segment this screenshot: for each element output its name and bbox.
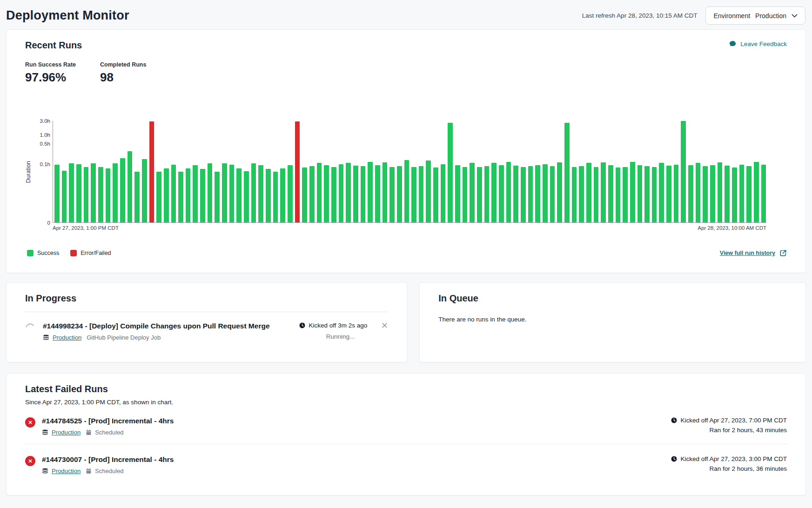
chart-bar-success[interactable] <box>630 162 635 222</box>
chart-bar-success[interactable] <box>572 167 577 222</box>
chart-bar-success[interactable] <box>244 171 249 222</box>
chart-bar-success[interactable] <box>397 166 402 222</box>
chart-bar-success[interactable] <box>98 167 103 222</box>
chart-bar-success[interactable] <box>331 167 336 222</box>
chart-bar-success[interactable] <box>513 166 518 222</box>
environment-link[interactable]: Production <box>52 468 81 475</box>
chart-bar-success[interactable] <box>455 165 460 222</box>
chart-bar-success[interactable] <box>128 151 133 222</box>
chart-bar-success[interactable] <box>375 165 380 222</box>
chart-bar-success[interactable] <box>484 166 490 222</box>
chart-bar-success[interactable] <box>236 168 242 222</box>
view-full-run-history-link[interactable]: View full run history <box>720 249 787 257</box>
chart-bar-success[interactable] <box>208 163 213 222</box>
chart-bar-success[interactable] <box>659 163 664 222</box>
chart-bar-success[interactable] <box>186 168 191 222</box>
chart-bar-success[interactable] <box>623 167 628 222</box>
chart-bar-success[interactable] <box>499 165 504 222</box>
chart-bar-success[interactable] <box>361 166 366 222</box>
chart-bar-success[interactable] <box>317 163 322 222</box>
leave-feedback-link[interactable]: Leave Feedback <box>729 40 787 47</box>
chart-bar-success[interactable] <box>652 167 657 222</box>
chart-bar-success[interactable] <box>579 166 584 222</box>
chart-bar-success[interactable] <box>725 166 730 222</box>
chart-bar-success[interactable] <box>696 163 701 222</box>
chart-bar-success[interactable] <box>222 163 227 222</box>
chart-bar-success[interactable] <box>411 167 416 222</box>
chart-bar-success[interactable] <box>54 165 60 222</box>
chart-bar-success[interactable] <box>601 162 606 222</box>
chart-bar-success[interactable] <box>441 164 446 222</box>
chart-bar-success[interactable] <box>608 165 613 222</box>
chart-bar-success[interactable] <box>84 167 89 222</box>
chart-bar-success[interactable] <box>433 167 438 222</box>
chart-bar-success[interactable] <box>594 167 599 222</box>
chart-bar-success[interactable] <box>535 165 540 222</box>
chart-bar-failed[interactable] <box>295 121 300 222</box>
chart-bar-success[interactable] <box>688 165 693 222</box>
chart-bar-success[interactable] <box>346 163 351 222</box>
chart-bar-success[interactable] <box>288 165 293 222</box>
chart-bar-success[interactable] <box>389 167 395 222</box>
chart-bar-failed[interactable] <box>149 121 154 222</box>
chart-bar-success[interactable] <box>368 162 373 222</box>
chart-bar-success[interactable] <box>171 165 176 222</box>
chart-bar-success[interactable] <box>638 165 643 222</box>
chart-bar-success[interactable] <box>120 158 125 222</box>
chart-bar-success[interactable] <box>586 163 591 222</box>
chart-bar-success[interactable] <box>506 162 511 222</box>
chart-bar-success[interactable] <box>470 163 475 222</box>
chart-bar-success[interactable] <box>448 123 453 222</box>
chart-bar-success[interactable] <box>543 164 548 222</box>
chart-bar-success[interactable] <box>477 167 482 222</box>
chart-bar-success[interactable] <box>324 165 329 222</box>
chart-bar-success[interactable] <box>718 162 723 222</box>
chart-bar-success[interactable] <box>761 165 766 222</box>
chart-bar-success[interactable] <box>426 160 431 222</box>
chart-bar-success[interactable] <box>258 165 263 222</box>
chart-bar-success[interactable] <box>156 172 161 222</box>
chart-bar-success[interactable] <box>703 166 708 222</box>
chart-bar-success[interactable] <box>200 169 205 222</box>
chart-bar-success[interactable] <box>76 164 81 222</box>
close-icon[interactable] <box>381 322 388 329</box>
chart-bar-success[interactable] <box>273 172 278 222</box>
environment-dropdown[interactable]: Environment Production <box>705 7 805 25</box>
chart-bar-success[interactable] <box>419 166 424 222</box>
chart-bar-success[interactable] <box>681 121 686 222</box>
chart-bar-success[interactable] <box>521 167 526 222</box>
chart-bar-success[interactable] <box>666 166 671 222</box>
chart-bar-success[interactable] <box>710 165 715 222</box>
chart-bar-success[interactable] <box>142 159 147 222</box>
chart-bar-success[interactable] <box>754 162 759 222</box>
chart-bar-success[interactable] <box>550 166 555 222</box>
chart-bar-success[interactable] <box>91 163 96 222</box>
chart-bar-success[interactable] <box>404 160 409 222</box>
chart-bar-success[interactable] <box>113 163 118 222</box>
chart-bar-success[interactable] <box>528 166 533 222</box>
chart-bar-success[interactable] <box>732 167 737 222</box>
chart-bar-success[interactable] <box>280 168 285 222</box>
chart-bar-success[interactable] <box>134 172 140 222</box>
chart-bar-success[interactable] <box>69 163 74 222</box>
chart-bar-success[interactable] <box>616 167 621 222</box>
environment-link[interactable]: Production <box>53 334 81 341</box>
chart-bar-success[interactable] <box>463 167 468 222</box>
chart-bar-success[interactable] <box>229 165 235 222</box>
chart-bar-success[interactable] <box>302 167 307 222</box>
chart-bar-success[interactable] <box>266 169 271 222</box>
chart-bar-success[interactable] <box>383 162 388 222</box>
chart-bar-success[interactable] <box>564 123 570 222</box>
chart-bar-success[interactable] <box>215 172 220 222</box>
chart-bar-success[interactable] <box>62 171 67 222</box>
chart-bar-success[interactable] <box>644 166 650 222</box>
chart-bar-success[interactable] <box>164 168 169 222</box>
chart-bar-success[interactable] <box>353 166 358 222</box>
chart-bar-success[interactable] <box>557 162 562 222</box>
environment-link[interactable]: Production <box>52 429 81 436</box>
chart-bar-success[interactable] <box>746 166 752 222</box>
chart-bar-success[interactable] <box>674 165 679 222</box>
chart-bar-success[interactable] <box>739 165 745 222</box>
chart-bar-success[interactable] <box>309 166 315 222</box>
chart-bar-success[interactable] <box>193 165 198 222</box>
